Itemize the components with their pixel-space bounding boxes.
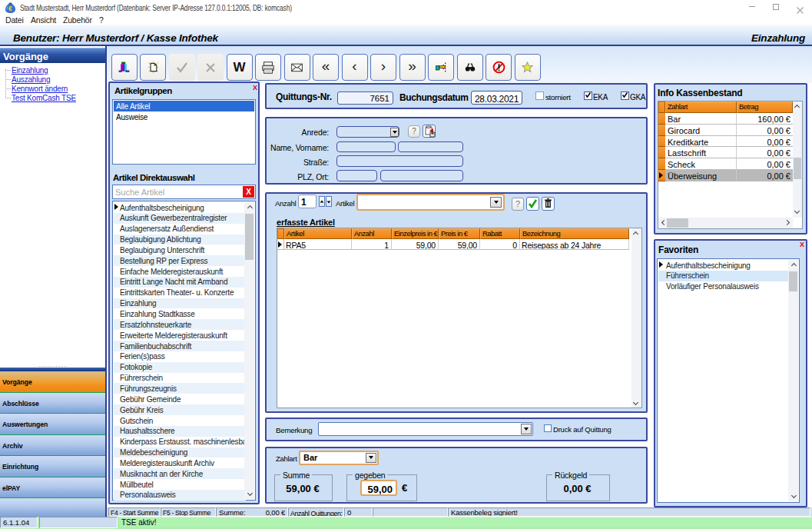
svg-text:€: €	[8, 5, 12, 12]
